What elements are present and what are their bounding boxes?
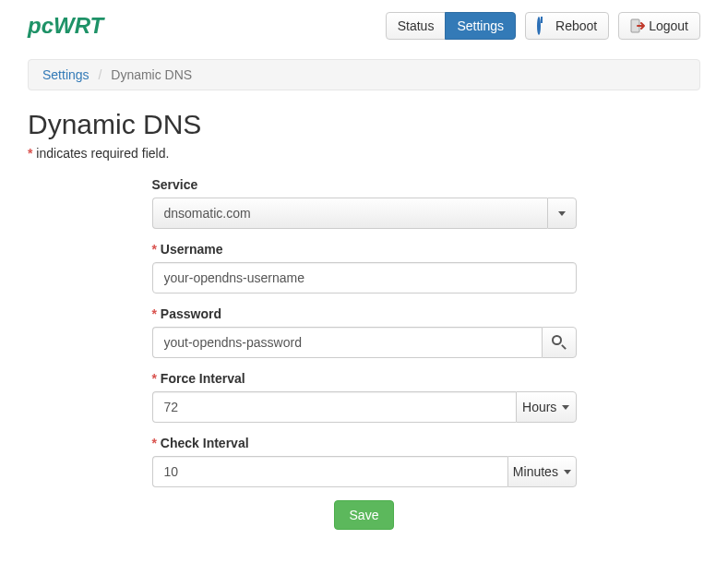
password-reveal-button[interactable] [542,327,577,358]
required-star-icon: * [152,242,157,257]
required-star-icon: * [152,306,157,321]
nav-group-main: Status Settings [386,12,516,41]
breadcrumb-root-link[interactable]: Settings [42,67,90,82]
password-label-text: Password [161,306,221,321]
required-star-icon: * [28,146,32,161]
service-select[interactable]: dnsomatic.com [152,198,577,229]
check-interval-label-text: Check Interval [161,436,249,450]
required-star-icon: * [152,371,157,386]
username-input[interactable] [152,262,577,293]
save-row: Save [152,500,577,530]
logout-icon [630,18,645,33]
nav-settings-button[interactable]: Settings [445,12,516,41]
password-group: * Password [152,306,577,358]
ddns-form: Service dnsomatic.com * Username * Passw… [152,177,577,530]
required-field-note: * indicates required field. [28,146,700,161]
check-interval-unit-button[interactable]: Minutes [507,456,576,487]
check-interval-input[interactable] [152,456,508,487]
password-label: * Password [152,306,577,321]
logo: pcWRT [28,13,103,39]
nav-reboot-button[interactable]: Reboot [525,12,609,41]
chevron-down-icon [564,470,571,474]
password-input[interactable] [152,327,542,358]
password-input-group [152,327,577,358]
chevron-down-icon [558,211,566,216]
nav-logout-button[interactable]: Logout [618,12,700,41]
service-select-value: dnsomatic.com [152,198,547,229]
page-title: Dynamic DNS [28,109,700,140]
username-label-text: Username [161,242,223,257]
header: pcWRT Status Settings Reboot Logout [28,9,700,42]
check-interval-input-group: Minutes [152,456,577,487]
nav-status-button[interactable]: Status [386,12,447,41]
service-group: Service dnsomatic.com [152,177,577,229]
breadcrumb: Settings / Dynamic DNS [28,59,700,90]
force-interval-label-text: Force Interval [161,371,245,386]
force-interval-unit-button[interactable]: Hours [516,391,577,423]
check-interval-unit-label: Minutes [513,464,558,479]
breadcrumb-current: Dynamic DNS [111,67,192,82]
reboot-icon [537,18,552,33]
force-interval-group: * Force Interval Hours [152,371,577,423]
service-select-caret[interactable] [547,198,577,229]
save-button[interactable]: Save [334,500,395,530]
username-label: * Username [152,242,577,257]
required-note-text: indicates required field. [36,146,169,161]
force-interval-label: * Force Interval [152,371,577,386]
username-group: * Username [152,242,577,293]
check-interval-group: * Check Interval Minutes [152,436,577,487]
header-nav: Status Settings Reboot Logout [386,12,700,41]
service-label: Service [152,177,577,192]
nav-logout-label: Logout [649,18,688,34]
force-interval-input-group: Hours [152,391,577,423]
breadcrumb-separator: / [92,67,107,82]
nav-reboot-label: Reboot [555,18,597,34]
required-star-icon: * [152,436,157,450]
force-interval-unit-label: Hours [522,400,556,414]
force-interval-input[interactable] [152,391,516,423]
check-interval-label: * Check Interval [152,436,577,450]
chevron-down-icon [562,405,569,410]
magnifier-icon [552,335,567,350]
